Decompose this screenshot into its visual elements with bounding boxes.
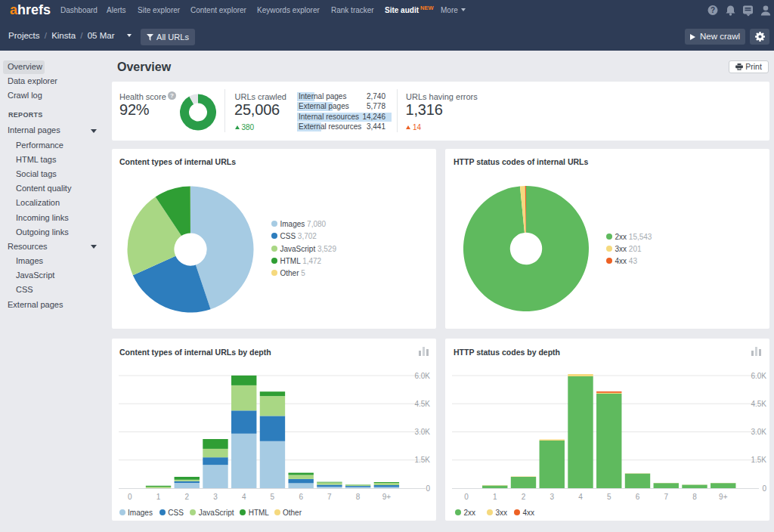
svg-text:4: 4 bbox=[242, 493, 246, 501]
svg-text:0: 0 bbox=[762, 484, 766, 493]
svg-text:4: 4 bbox=[578, 493, 583, 501]
svg-text:7: 7 bbox=[664, 493, 668, 501]
svg-text:6.0K: 6.0K bbox=[751, 372, 766, 380]
svg-text:3: 3 bbox=[550, 493, 554, 501]
svg-text:0: 0 bbox=[128, 493, 132, 501]
svg-text:5: 5 bbox=[271, 493, 275, 501]
svg-text:9+: 9+ bbox=[382, 493, 392, 501]
svg-text:2: 2 bbox=[522, 493, 526, 501]
svg-text:1: 1 bbox=[493, 493, 497, 501]
svg-text:3.0K: 3.0K bbox=[414, 428, 430, 436]
svg-text:9+: 9+ bbox=[719, 493, 728, 501]
svg-text:8: 8 bbox=[356, 493, 361, 501]
svg-text:4.5K: 4.5K bbox=[414, 400, 430, 408]
svg-text:5: 5 bbox=[607, 493, 611, 501]
svg-text:6: 6 bbox=[299, 493, 303, 501]
svg-text:3.0K: 3.0K bbox=[751, 428, 766, 436]
svg-text:4.5K: 4.5K bbox=[751, 400, 766, 408]
svg-text:8: 8 bbox=[692, 493, 697, 501]
svg-text:6: 6 bbox=[636, 493, 640, 501]
svg-text:1: 1 bbox=[156, 493, 161, 501]
svg-text:2: 2 bbox=[185, 493, 190, 501]
svg-text:6.0K: 6.0K bbox=[414, 372, 430, 380]
svg-text:0: 0 bbox=[464, 493, 469, 501]
svg-text:3: 3 bbox=[213, 493, 218, 501]
svg-text:1.5K: 1.5K bbox=[751, 456, 766, 464]
svg-text:7: 7 bbox=[327, 493, 332, 501]
svg-text:0: 0 bbox=[426, 484, 430, 493]
svg-text:1.5K: 1.5K bbox=[414, 456, 430, 464]
